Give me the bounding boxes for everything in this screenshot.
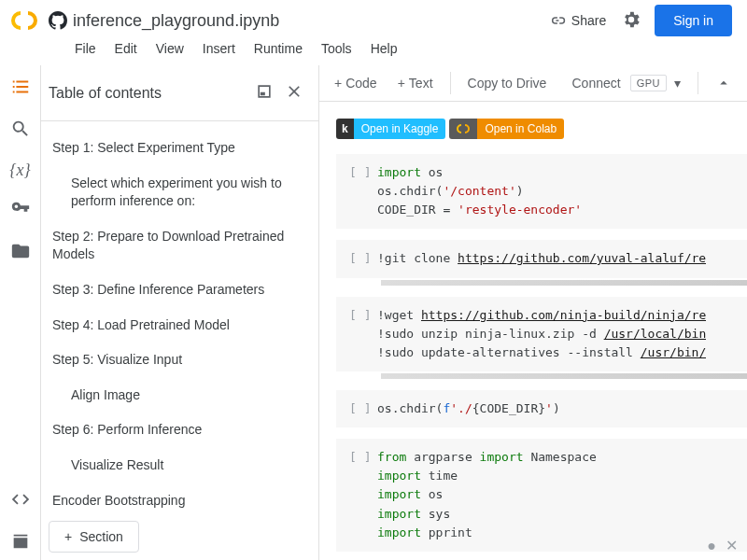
- toc-item[interactable]: Step 1: Select Experiment Type: [49, 131, 311, 166]
- cell-prompt: [ ]: [340, 306, 377, 362]
- menu-bar: File Edit View Insert Runtime Tools Help: [0, 37, 747, 65]
- variables-rail-icon[interactable]: {x}: [9, 161, 30, 180]
- open-in-kaggle-badge[interactable]: kOpen in Kaggle: [336, 119, 445, 139]
- chevron-up-icon: [715, 75, 732, 91]
- settings-button[interactable]: [615, 4, 647, 38]
- close-footer-icon[interactable]: ✕: [726, 537, 738, 554]
- secrets-rail-icon[interactable]: [10, 199, 31, 222]
- toc-item[interactable]: Step 2: Prepare to Download Pretrained M…: [49, 219, 311, 273]
- toc-item[interactable]: Step 6: Perform Inference: [49, 413, 311, 448]
- menu-help[interactable]: Help: [363, 37, 405, 60]
- terminal-rail-icon[interactable]: [10, 531, 31, 554]
- open-in-colab-badge[interactable]: Open in Colab: [449, 119, 564, 139]
- chevron-down-icon: ▾: [674, 76, 681, 91]
- section-label: Section: [79, 529, 123, 544]
- files-rail-icon[interactable]: [10, 241, 31, 264]
- code-cell[interactable]: [ ] from argparse import Namespace impor…: [336, 439, 747, 552]
- status-dot-icon: ●: [707, 538, 716, 554]
- add-section-button[interactable]: + Section: [49, 521, 139, 553]
- connect-button[interactable]: Connect GPU ▾: [563, 69, 691, 97]
- code-rail-icon[interactable]: [10, 489, 31, 512]
- toc-rail-icon[interactable]: [10, 77, 31, 100]
- toc-item[interactable]: Step 5: Visualize Input: [49, 343, 311, 378]
- colab-logo: [7, 9, 41, 32]
- add-code-button[interactable]: +Code: [325, 70, 387, 96]
- scroll-indicator: [381, 280, 747, 286]
- add-text-button[interactable]: +Text: [388, 70, 443, 96]
- github-icon: [49, 11, 67, 30]
- toc-item[interactable]: Step 4: Load Pretrained Model: [49, 308, 311, 343]
- menu-view[interactable]: View: [148, 37, 191, 60]
- menu-edit[interactable]: Edit: [107, 37, 145, 60]
- menu-file[interactable]: File: [67, 37, 104, 60]
- signin-button[interactable]: Sign in: [655, 5, 732, 36]
- collapse-button[interactable]: [706, 69, 741, 97]
- copy-to-drive-button[interactable]: Copy to Drive: [458, 70, 557, 96]
- cell-prompt: [ ]: [340, 249, 377, 268]
- cell-prompt: [ ]: [340, 163, 377, 219]
- toc-item[interactable]: Step 3: Define Inference Parameters: [49, 273, 311, 308]
- gpu-badge: GPU: [630, 75, 667, 91]
- notebook-title: inference_playground.ipynb: [73, 11, 279, 31]
- menu-runtime[interactable]: Runtime: [247, 37, 310, 60]
- toc-title: Table of contents: [49, 85, 249, 102]
- code-content: !wget https://github.com/ninja-build/nin…: [377, 306, 706, 362]
- code-content: from argparse import Namespace import ti…: [377, 448, 597, 542]
- scroll-indicator: [381, 373, 747, 379]
- popout-icon[interactable]: [249, 78, 279, 107]
- link-icon: [549, 12, 566, 29]
- gear-icon: [621, 9, 641, 30]
- code-cell[interactable]: [ ] import os os.chdir('/content') CODE_…: [336, 154, 747, 229]
- plus-icon: +: [398, 76, 405, 91]
- toc-item[interactable]: Align Image: [49, 378, 311, 413]
- toc-item[interactable]: Select which experiment you wish to perf…: [49, 166, 311, 219]
- toc-list: Step 1: Select Experiment TypeSelect whi…: [41, 121, 318, 515]
- menu-tools[interactable]: Tools: [314, 37, 359, 60]
- share-button[interactable]: Share: [540, 7, 615, 35]
- share-label: Share: [571, 13, 606, 28]
- search-rail-icon[interactable]: [10, 119, 31, 142]
- cell-prompt: [ ]: [340, 448, 377, 542]
- menu-insert[interactable]: Insert: [195, 37, 243, 60]
- close-icon[interactable]: [279, 78, 309, 107]
- code-cell[interactable]: [ ] !git clone https://github.com/yuval-…: [336, 240, 747, 277]
- code-content: !git clone https://github.com/yuval-alal…: [377, 249, 706, 268]
- code-content: os.chdir(f'./{CODE_DIR}'): [377, 399, 560, 418]
- plus-icon: +: [334, 76, 342, 91]
- code-content: import os os.chdir('/content') CODE_DIR …: [377, 163, 582, 219]
- code-cell[interactable]: [ ] os.chdir(f'./{CODE_DIR}'): [336, 390, 747, 427]
- plus-icon: +: [64, 529, 72, 544]
- code-cell[interactable]: [ ] !wget https://github.com/ninja-build…: [336, 297, 747, 371]
- toc-item[interactable]: Encoder Bootstrapping: [49, 483, 311, 515]
- cell-prompt: [ ]: [340, 399, 377, 418]
- toc-item[interactable]: Visualize Result: [49, 448, 311, 483]
